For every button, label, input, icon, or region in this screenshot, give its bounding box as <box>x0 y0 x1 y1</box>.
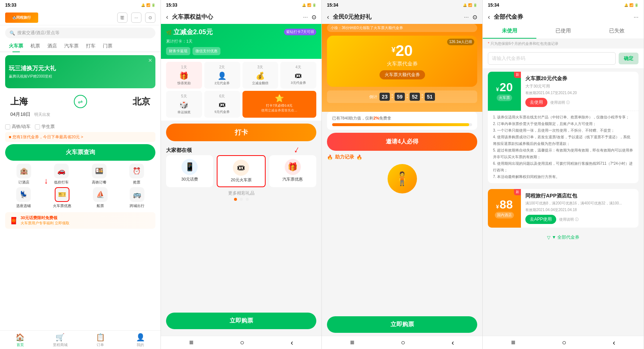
profile-label: 我的 <box>137 342 144 348</box>
student-check[interactable]: 学生票 <box>35 124 55 130</box>
main-nav: 🐼 同程旅行 签 ··· ⊙ <box>0 10 161 25</box>
swap-cities-button[interactable]: ⇌ <box>74 95 87 108</box>
coupon-notice[interactable]: ■ 您有1张代金券，今日下单最高省20元 > <box>5 132 155 142</box>
back-button[interactable]: ‹ <box>166 13 168 21</box>
page-title-3: 全民0元抢好礼 <box>333 13 460 21</box>
voucher-code-row: 请输入代金券码 确定 <box>483 49 644 69</box>
tab-expired[interactable]: 已失效 <box>590 24 644 39</box>
buy-ticket-button-3[interactable]: 立即购票 <box>327 316 477 333</box>
voucher-unit-2: ¥ <box>496 204 499 210</box>
corner-badge-1: 新 <box>514 72 521 78</box>
promo-bar[interactable]: 🧧 30元话费限时免费领 火车票用户专享福利 立即领取 <box>5 212 155 229</box>
more-button-2[interactable]: ··· <box>303 14 308 21</box>
use-button-2[interactable]: 去APP使用 <box>525 215 556 224</box>
voucher-left-2: ¥ 88 国内酒店 新 <box>488 189 521 228</box>
discount-label: 火车票优惠 <box>53 203 71 209</box>
buy-ticket-button[interactable]: 立即购票 <box>166 313 316 329</box>
nav-home[interactable]: 🏠 首页 <box>0 333 40 348</box>
quick-grab[interactable]: ⏰ 抢票 <box>129 164 144 185</box>
voucher-card-1: ¥ 20 火车票 新 火车票20元代金券 大于30元可用 有效期2021.04.… <box>488 72 638 183</box>
nav-icons[interactable]: 签 ··· ⊙ <box>117 13 155 23</box>
all-vouchers-link[interactable]: ▽ ▼ 全部代金券 <box>483 231 644 244</box>
stamp-day5: 5天 🎲 幸运抽奖 <box>166 91 202 118</box>
voucher-amount-1: 20 <box>500 81 513 93</box>
from-city[interactable]: 上海 <box>10 96 28 107</box>
nav-icon-b3: ‹ <box>291 338 293 347</box>
nav-icon-c3: ‹ <box>451 338 454 347</box>
quick-icons-row2: 💺 选座选铺 🎫 火车票优惠 ⛵ 船票 🚌 跨城出行 ↓ <box>0 187 161 209</box>
confirm-button[interactable]: 确定 <box>619 53 638 64</box>
details-link-2[interactable]: 使用说明 ⓘ <box>559 217 579 222</box>
tab-bus[interactable]: 汽车票 <box>61 40 82 51</box>
more-button[interactable]: ··· <box>131 13 141 23</box>
sign-button[interactable]: 签 <box>117 13 127 23</box>
search-bar[interactable]: 🔍 搜索交通/酒店/景点等 <box>5 28 155 38</box>
more-button-3[interactable]: ··· <box>464 14 469 21</box>
back-button-3[interactable]: ‹ <box>327 13 329 21</box>
panel4-header: ‹ 全部代金券 ··· <box>483 10 644 24</box>
link2[interactable]: 微信支付优惠 <box>193 47 220 55</box>
home-icon: 🏠 <box>15 333 25 342</box>
quick-seat[interactable]: 💺 选座选铺 <box>16 187 31 209</box>
intercity-icon: 🚌 <box>130 187 144 202</box>
orders-label: 订单 <box>97 342 104 348</box>
tab-ticket[interactable]: 门票 <box>99 40 116 51</box>
claim-train[interactable]: 🎟 20元火车票 <box>217 155 265 187</box>
mall-label: 里程商城 <box>53 342 68 348</box>
tab-taxi[interactable]: 打车 <box>82 40 99 51</box>
promo-title: 30元话费限时免费领 <box>21 215 69 221</box>
target-icon-2[interactable]: ⊙ <box>312 14 316 21</box>
quick-boat[interactable]: ⛵ 船票 <box>93 187 108 209</box>
quick-intercity[interactable]: 🚌 跨城出行 <box>130 187 144 209</box>
quick-taxi[interactable]: 🚗 低价打车 <box>54 164 69 185</box>
voucher-name-2: 同程旅行APP酒店红包 <box>525 193 634 199</box>
more-rewards: 更多精彩礼品 <box>161 187 321 198</box>
nav-profile[interactable]: 👤 我的 <box>120 333 161 348</box>
use-button-1[interactable]: 去使用 <box>525 98 547 107</box>
checkin-button[interactable]: 打卡 <box>166 124 316 141</box>
quick-food[interactable]: 🍱 高铁订餐 <box>92 164 107 185</box>
to-city[interactable]: 北京 <box>133 96 150 107</box>
voucher-tag-2: 国内酒店 <box>495 212 514 218</box>
nav-orders[interactable]: 📋 订单 <box>80 333 120 348</box>
student-checkbox[interactable] <box>35 124 40 129</box>
details-link-1[interactable]: 使用说明 ⓘ <box>550 100 570 105</box>
nav-mall[interactable]: 🛒 里程商城 <box>40 333 80 348</box>
voucher-code-input[interactable]: 请输入代金券码 <box>488 52 616 65</box>
target-icon-3[interactable]: ⊙ <box>472 14 477 21</box>
filter-icon: ▽ <box>547 235 550 240</box>
claim-car[interactable]: 🎁 汽车票优惠 <box>269 155 316 187</box>
tab-train[interactable]: 火车票 <box>5 40 27 51</box>
panel3-header: ‹ 全民0元抢好礼 ··· ⊙ <box>322 10 482 24</box>
date-row[interactable]: 04月18日 明天出发 <box>10 111 150 118</box>
nav-icon-b2: ○ <box>240 338 244 347</box>
intercity-label: 跨城出行 <box>130 203 144 209</box>
train-type-check[interactable]: 高铁/动车 <box>5 124 30 130</box>
search-icon: 🔍 <box>10 31 15 36</box>
tab-used[interactable]: 已使用 <box>536 24 590 39</box>
hotel-label: 订酒店 <box>18 180 29 185</box>
tab-unused[interactable]: 未使用 <box>483 24 536 39</box>
mall-icon: 🛒 <box>55 333 65 342</box>
date-sub: 明天出发 <box>34 112 50 117</box>
search-train-button[interactable]: 火车票查询 <box>5 144 155 161</box>
route-selector: 上海 ⇌ 北京 04月18日 明天出发 <box>5 91 155 121</box>
target-button[interactable]: ⊙ <box>145 13 155 23</box>
invite-button[interactable]: 邀请4人必得 <box>327 133 477 151</box>
train-checkbox[interactable] <box>5 124 10 129</box>
link1[interactable]: 财务卡返现 <box>166 47 190 55</box>
more-button-4[interactable]: ··· <box>634 14 638 21</box>
quick-discount[interactable]: 🎫 火车票优惠 <box>53 187 71 209</box>
status-icons-3: 🔔📶🔋 <box>463 3 477 7</box>
claim-phone[interactable]: 📱 30元话费 <box>166 155 213 187</box>
back-button-4[interactable]: ‹ <box>488 13 490 21</box>
tab-flight[interactable]: 机票 <box>27 40 44 51</box>
tab-hotel[interactable]: 酒店 <box>44 40 61 51</box>
voucher-unit-1: ¥ <box>496 86 499 92</box>
banner-close[interactable]: ✕ <box>148 57 152 63</box>
panel-free-grab: 15:34 🔔📶🔋 ‹ 全民0元抢好礼 ··· ⊙ 小徐：36分钟前0元领取了火… <box>322 0 483 349</box>
time-2: 15:33 <box>166 3 177 8</box>
banner-sub: 赢腾讯视频VIP赠2000里程 <box>9 74 56 79</box>
voucher-right-2: 同程旅行APP酒店红包 满100可优惠8，满200可优惠16，满400可优惠32… <box>521 189 638 228</box>
quick-hotel[interactable]: 🏨 订酒店 <box>17 164 31 185</box>
